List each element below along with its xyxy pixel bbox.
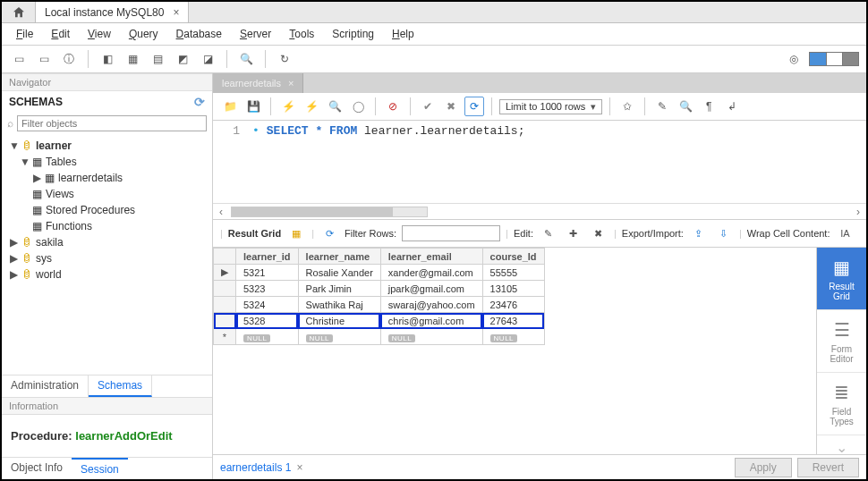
layout-toggle[interactable] [809, 52, 859, 66]
col-learner-name[interactable]: learner_name [298, 249, 380, 265]
gear-icon[interactable]: ◎ [784, 49, 804, 69]
invisible-chars-icon[interactable]: ¶ [699, 97, 719, 116]
limit-rows-label: Limit to 1000 rows [506, 101, 585, 112]
menu-edit[interactable]: Edit [44, 26, 77, 42]
col-course-id[interactable]: course_Id [482, 249, 544, 265]
tab-session[interactable]: Session [72, 458, 128, 479]
sql-text: SELECT * FROM learner.learnerdetails; [267, 124, 525, 199]
open-sql-icon[interactable]: ▭ [34, 49, 54, 69]
table-row[interactable]: 5324 Swathika Raj swaraj@yahoo.com 23476 [214, 297, 545, 313]
delete-row-icon[interactable]: ✖ [589, 224, 608, 243]
navigator-panel: Navigator SCHEMAS ⟳ ⌕ ▼🛢learner ▼▦Tables… [2, 73, 213, 479]
revert-button[interactable]: Revert [797, 458, 859, 477]
tab-schemas[interactable]: Schemas [89, 376, 152, 397]
close-icon[interactable]: × [296, 461, 302, 474]
refresh-icon[interactable]: ⟳ [194, 95, 205, 109]
find-icon[interactable]: 🔍 [676, 97, 695, 116]
menu-server[interactable]: Server [233, 26, 278, 42]
wrap-cell-icon[interactable]: IA [835, 224, 855, 243]
sql-editor[interactable]: 1 • SELECT * FROM learner.learnerdetails… [213, 121, 866, 203]
menubar: File Edit View Query Database Server Too… [2, 23, 866, 46]
inspector-icon[interactable]: ⓘ [59, 49, 79, 69]
sidebar-field-types[interactable]: ≣ Field Types [817, 373, 866, 435]
filter-rows-input[interactable] [402, 225, 500, 241]
scroll-right-icon[interactable]: › [850, 206, 866, 218]
schemas-label: SCHEMAS [9, 96, 63, 108]
execute-icon[interactable]: ⚡ [278, 97, 298, 116]
tree-learnerdetails[interactable]: ▶▦learnerdetails [7, 170, 208, 186]
refresh-icon[interactable]: ⟳ [319, 224, 339, 243]
col-learner-email[interactable]: learner_email [380, 249, 482, 265]
tab-object-info[interactable]: Object Info [2, 458, 72, 479]
explain-icon[interactable]: 🔍 [325, 97, 345, 116]
close-icon[interactable]: × [173, 6, 179, 19]
null-value: NULL [306, 334, 333, 342]
commit-icon[interactable]: ✔ [418, 97, 438, 116]
schema-icon[interactable]: ◧ [98, 49, 117, 69]
sidebar-form-editor[interactable]: ☰ Form Editor [817, 310, 866, 373]
export-icon[interactable]: ⇪ [689, 224, 709, 243]
proc-icon[interactable]: ◩ [173, 49, 192, 69]
rollback-icon[interactable]: ✖ [441, 97, 461, 116]
tree-db-learner[interactable]: ▼🛢learner [7, 138, 208, 154]
star-icon[interactable]: ✩ [617, 97, 637, 116]
new-sql-tab-icon[interactable]: ▭ [9, 49, 29, 69]
editor-hscrollbar[interactable]: ‹ › [213, 203, 866, 219]
beautify-icon[interactable]: ✎ [652, 97, 672, 116]
menu-help[interactable]: Help [385, 26, 421, 42]
scroll-thumb[interactable] [232, 207, 393, 216]
menu-scripting[interactable]: Scripting [325, 26, 381, 42]
menu-query[interactable]: Query [122, 26, 166, 42]
stop-on-error-icon[interactable]: ⊘ [383, 97, 403, 116]
search-icon: ⌕ [7, 117, 13, 130]
menu-tools[interactable]: Tools [282, 26, 321, 42]
sidebar-result-grid[interactable]: ▦ Result Grid [817, 248, 866, 310]
search-icon[interactable]: 🔍 [236, 49, 256, 69]
tree-views[interactable]: ▦Views [7, 186, 208, 202]
result-grid-label: Result Grid [228, 228, 281, 239]
tree-db-world[interactable]: ▶🛢world [7, 266, 208, 283]
tree-tables[interactable]: ▼▦Tables [7, 154, 208, 170]
home-tab[interactable] [2, 2, 36, 22]
menu-view[interactable]: View [81, 26, 118, 42]
schema-tree: ▼🛢learner ▼▦Tables ▶▦learnerdetails ▦Vie… [2, 134, 212, 375]
grid-view-icon[interactable]: ▦ [286, 224, 306, 243]
open-file-icon[interactable]: 📁 [220, 97, 240, 116]
execute-current-icon[interactable]: ⚡ [302, 97, 321, 116]
apply-button[interactable]: Apply [735, 458, 792, 477]
filter-objects-input[interactable] [17, 115, 207, 131]
add-row-icon[interactable]: ✚ [564, 224, 583, 243]
view-icon[interactable]: ▤ [148, 49, 167, 69]
stop-icon[interactable]: ◯ [348, 97, 368, 116]
close-icon[interactable]: × [288, 78, 294, 89]
connection-tab[interactable]: Local instance MySQL80 × [36, 2, 189, 22]
menu-database[interactable]: Database [169, 26, 229, 42]
reconnect-icon[interactable]: ↻ [275, 49, 294, 69]
tree-db-sys[interactable]: ▶🛢sys [7, 250, 208, 266]
table-row[interactable]: 5323 Park Jimin jpark@gmail.com 13105 [214, 281, 545, 297]
line-number: 1 [213, 124, 245, 199]
wrap-icon[interactable]: ↲ [722, 97, 742, 116]
table-row-highlighted[interactable]: 5328 Christine chris@gmail.com 27643 [214, 313, 545, 329]
table-row[interactable]: ▶ 5321 Rosalie Xander xander@gmail.com 5… [214, 265, 545, 281]
editor-tab[interactable]: learnerdetails × [213, 73, 303, 93]
autocommit-icon[interactable]: ⟳ [464, 97, 484, 116]
table-icon[interactable]: ▦ [123, 49, 142, 69]
result-toolbar-sep: | [311, 228, 314, 239]
table-row-new[interactable]: * NULL NULL NULL NULL [214, 329, 545, 345]
result-tab[interactable]: earnerdetails 1 [220, 461, 291, 474]
result-toolbar: | Result Grid ▦ | ⟳ Filter Rows: | Edit:… [213, 219, 866, 248]
func-icon[interactable]: ◪ [198, 49, 217, 69]
limit-rows-select[interactable]: Limit to 1000 rows ▾ [499, 99, 602, 114]
result-grid[interactable]: learner_id learner_name learner_email co… [213, 248, 816, 454]
menu-file[interactable]: File [9, 26, 40, 42]
import-icon[interactable]: ⇩ [714, 224, 734, 243]
scroll-left-icon[interactable]: ‹ [213, 206, 229, 218]
tree-db-sakila[interactable]: ▶🛢sakila [7, 234, 208, 250]
save-icon[interactable]: 💾 [243, 97, 263, 116]
tree-functions[interactable]: ▦Functions [7, 218, 208, 234]
tab-administration[interactable]: Administration [2, 376, 89, 397]
edit-row-icon[interactable]: ✎ [539, 224, 558, 243]
tree-stored-procedures[interactable]: ▦Stored Procedures [7, 202, 208, 218]
col-learner-id[interactable]: learner_id [236, 249, 299, 265]
